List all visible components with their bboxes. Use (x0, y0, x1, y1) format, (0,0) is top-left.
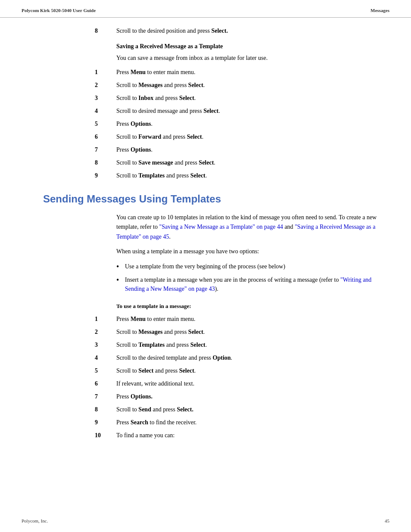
chapter-intro-and: and (283, 224, 295, 230)
chapter-step-text: Press Search to find the receiver. (116, 418, 389, 427)
saving-step-row: 3Scroll to Inbox and press Select. (22, 93, 389, 103)
chapter-step-number: 5 (22, 366, 116, 375)
chapter-step-text: Scroll to Send and press Select. (116, 405, 389, 414)
chapter-step-text: Scroll to Messages and press Select. (116, 327, 389, 336)
chapter-step-row: 10To find a name you can: (22, 431, 389, 440)
chapter-step-text: Scroll to Templates and press Select. (116, 340, 389, 349)
chapter-step-number: 3 (22, 340, 116, 349)
chapter-step-text: Press Menu to enter main menu. (116, 314, 389, 324)
page-content: 8 Scroll to the desired position and pre… (0, 18, 411, 470)
saving-step-text: Press Options. (116, 145, 389, 154)
saving-step-row: 8Scroll to Save message and press Select… (22, 158, 389, 167)
bullet-item-2: • Insert a template in a message when yo… (116, 275, 389, 293)
saving-step-number: 5 (22, 119, 116, 128)
chapter-step-text: Press Options. (116, 392, 389, 401)
chapter-step-row: 1Press Menu to enter main menu. (22, 314, 389, 324)
step-text-initial: Scroll to the desired position and press… (116, 26, 389, 35)
saving-step-number: 2 (22, 81, 116, 90)
saving-step-text: Scroll to Messages and press Select. (116, 81, 389, 90)
footer-left: Polycom, Inc. (22, 518, 48, 523)
saving-step-row: 1Press Menu to enter main menu. (22, 68, 389, 77)
saving-step-number: 1 (22, 68, 116, 77)
chapter-step-number: 10 (22, 431, 116, 440)
chapter-step-number: 9 (22, 418, 116, 427)
saving-step-row: 9Scroll to Templates and press Select. (22, 171, 389, 180)
chapter-step-number: 8 (22, 405, 116, 414)
saving-step-number: 4 (22, 106, 116, 115)
saving-step-text: Scroll to Inbox and press Select. (116, 93, 389, 103)
chapter-step-row: 8Scroll to Send and press Select. (22, 405, 389, 414)
saving-step-number: 8 (22, 158, 116, 167)
footer-right: 45 (385, 518, 389, 523)
chapter-step-row: 2Scroll to Messages and press Select. (22, 327, 389, 336)
chapter-step-row: 6If relevant, write additional text. (22, 379, 389, 388)
saving-step-text: Press Menu to enter main menu. (116, 68, 389, 77)
chapter-step-number: 2 (22, 327, 116, 336)
chapter-step-text: Scroll to Select and press Select. (116, 366, 389, 375)
chapter-step-text: To find a name you can: (116, 431, 389, 440)
page-header: Polycom Kirk 5020-5040 User Guide Messag… (0, 0, 411, 18)
saving-step-text: Scroll to Save message and press Select. (116, 158, 389, 167)
chapter-step-number: 4 (22, 353, 116, 362)
header-right: Messages (371, 8, 389, 13)
chapter-when-text: When using a template in a message you h… (22, 247, 389, 256)
chapter-step-row: 9Press Search to find the receiver. (22, 418, 389, 427)
chapter-intro-para: You can create up to 10 templates in rel… (22, 213, 389, 242)
bullet-content-1: Use a template from the very beginning o… (125, 262, 389, 272)
saving-step-number: 3 (22, 93, 116, 103)
saving-step-number: 7 (22, 145, 116, 154)
saving-step-text: Scroll to desired message and press Sele… (116, 106, 389, 115)
chapter-step-row: 3Scroll to Templates and press Select. (22, 340, 389, 349)
chapter-step-text: If relevant, write additional text. (116, 379, 389, 388)
chapter-step-row: 7Press Options. (22, 392, 389, 401)
saving-step-row: 6Scroll to Forward and press Select. (22, 132, 389, 141)
chapter-step-text: Scroll to the desired template and press… (116, 353, 389, 362)
chapter-step-row: 5Scroll to Select and press Select. (22, 366, 389, 375)
initial-step-row: 8 Scroll to the desired position and pre… (22, 26, 389, 35)
saving-step-row: 7Press Options. (22, 145, 389, 154)
saving-step-text: Scroll to Forward and press Select. (116, 132, 389, 141)
saving-step-row: 5Press Options. (22, 119, 389, 128)
page-footer: Polycom, Inc. 45 (0, 518, 411, 523)
saving-section-heading: Saving a Received Message as a Template (22, 43, 389, 50)
step-number-initial: 8 (22, 26, 116, 35)
bullet-dot-1: • (116, 262, 125, 272)
chapter-step-number: 1 (22, 314, 116, 324)
saving-step-row: 4Scroll to desired message and press Sel… (22, 106, 389, 115)
saving-step-row: 2Scroll to Messages and press Select. (22, 81, 389, 90)
bullet-dot-2: • (116, 275, 125, 293)
chapter-link1[interactable]: "Saving a New Message as a Template" on … (159, 224, 283, 230)
bullet-list: • Use a template from the very beginning… (22, 262, 389, 293)
saving-step-text: Scroll to Templates and press Select. (116, 171, 389, 180)
chapter-step-number: 7 (22, 392, 116, 401)
header-left: Polycom Kirk 5020-5040 User Guide (22, 8, 96, 13)
chapter-step-row: 4Scroll to the desired template and pres… (22, 353, 389, 362)
bullet-content-2: Insert a template in a message when you … (125, 275, 389, 293)
saving-section-intro: You can save a message from inbox as a t… (22, 53, 389, 62)
chapter-intro-period: . (169, 233, 171, 240)
subheading: To use a template in a message: (22, 302, 389, 311)
saving-step-number: 9 (22, 171, 116, 180)
chapter-steps-list: 1Press Menu to enter main menu.2Scroll t… (22, 314, 389, 440)
chapter-heading: Sending Messages Using Templates (22, 193, 389, 205)
saving-step-number: 6 (22, 132, 116, 141)
saving-steps-list: 1Press Menu to enter main menu.2Scroll t… (22, 68, 389, 180)
saving-step-text: Press Options. (116, 119, 389, 128)
bullet-link[interactable]: "Writing and Sending a New Message" on p… (125, 277, 371, 292)
chapter-step-number: 6 (22, 379, 116, 388)
bullet-item-1: • Use a template from the very beginning… (116, 262, 389, 272)
